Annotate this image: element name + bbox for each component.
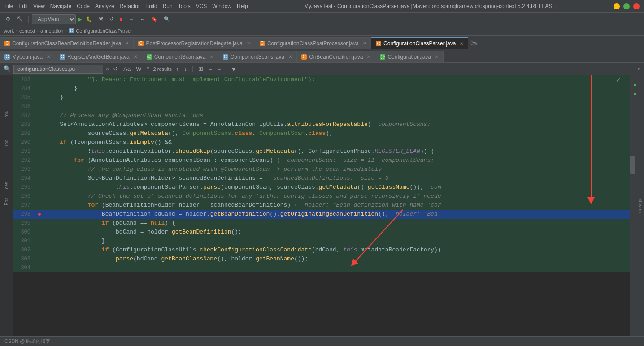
maven-sidebar[interactable]: Maven <box>636 75 644 336</box>
search-input[interactable] <box>13 65 103 74</box>
menu-tools[interactable]: Tools <box>178 3 191 9</box>
search-word-button[interactable]: W <box>135 65 143 73</box>
nav-forward[interactable]: → <box>126 16 136 23</box>
maven-label[interactable]: Maven <box>638 198 643 213</box>
app-main-dropdown[interactable]: AppMain <box>32 14 76 24</box>
tab-configclassbeandefinitionreader[interactable]: C ConfigurationClassBeanDefinitionReader… <box>0 37 134 49</box>
tab-icon-registerandgetbean: C <box>60 54 65 60</box>
menu-analyze[interactable]: Analyze <box>95 3 114 9</box>
menu-help[interactable]: Help <box>237 3 248 9</box>
tab-close-componentscan[interactable]: ✕ <box>210 54 213 59</box>
toolbar-sep-1 <box>28 16 29 23</box>
menu-code[interactable]: Code <box>77 3 90 9</box>
code-line-304: 304 <box>13 264 630 272</box>
search-regex-button[interactable]: * <box>145 65 150 73</box>
bookmark-btn[interactable]: 🔖 <box>149 15 160 23</box>
window-title: MyJavaTest - ConfigurationClassParser.ja… <box>248 3 614 9</box>
tab-icon-componentscans: C <box>223 54 228 60</box>
tab-close-configuration[interactable]: ✕ <box>435 54 439 59</box>
code-lines: 283 "]. Reason: Environment must impleme… <box>13 75 630 272</box>
tab-configclassparser[interactable]: C ConfigurationClassParser.java ✕ <box>371 37 468 49</box>
tab-mybean[interactable]: C Mybean.java ✕ <box>0 51 55 62</box>
search-opt3-button[interactable]: ≡ <box>216 65 222 73</box>
bc-work[interactable]: work <box>4 28 14 34</box>
tab-componentscans[interactable]: C ComponentScans.java ✕ <box>218 51 297 62</box>
search-opt1-button[interactable]: ⊞ <box>197 65 205 73</box>
code-line-303: 303 parse(bdCand.getBeanClassName(), hol… <box>13 255 630 264</box>
menu-vcs[interactable]: VCS <box>196 3 207 9</box>
code-editor: ✓ 283 "]. Reason: Environm <box>13 75 630 336</box>
build-button[interactable]: ⚒ <box>96 15 105 23</box>
search-down-button[interactable]: ↓ <box>183 65 189 73</box>
search-opt2-button[interactable]: ≡ <box>207 65 213 73</box>
run-button[interactable]: ▶ <box>78 15 82 24</box>
tab-componentscan[interactable]: @ ComponentScan.java ✕ <box>142 51 218 62</box>
tab-label-2: PostProcessorRegistrationDelegate.java <box>146 40 242 47</box>
menu-window[interactable]: Window <box>212 3 231 9</box>
minimize-button[interactable] <box>614 3 620 9</box>
menu-bar[interactable]: File Edit View Navigate Code Analyze Ref… <box>4 3 248 9</box>
bc-current[interactable]: C ConfigurationClassParser <box>69 28 132 34</box>
tab-onbeancondition[interactable]: C OnBeanCondition.java ✕ <box>297 51 375 62</box>
bc-sep3: › <box>65 28 67 34</box>
tab-configuration[interactable]: @ Configuration.java ✕ <box>375 51 444 62</box>
scroll-thumb[interactable] <box>630 156 635 174</box>
search-prev-button[interactable]: ↺ <box>112 65 119 73</box>
vertical-scrollbar[interactable] <box>630 75 636 336</box>
tab-registerandgetbean[interactable]: C RegisterAndGetBean.java ✕ <box>55 51 142 62</box>
tab-row-1: C ConfigurationClassBeanDefinitionReader… <box>0 36 644 49</box>
green-checkmark: ✓ <box>616 75 621 84</box>
tab-label-registerandgetbean: RegisterAndGetBean.java <box>67 54 130 60</box>
search-filter-button[interactable]: ▼ <box>231 65 237 73</box>
stop-button[interactable]: ■ <box>117 16 125 23</box>
bc-annotation[interactable]: annotation <box>40 28 63 34</box>
tab-label-componentscan: ComponentScan.java <box>154 54 206 60</box>
tab-close-onbeancondition[interactable]: ✕ <box>367 54 370 59</box>
tab-close-componentscans[interactable]: ✕ <box>288 54 292 59</box>
search-clear-button[interactable]: ✕ <box>106 65 109 72</box>
nav-back[interactable]: ← <box>138 16 147 23</box>
toolbar-forward[interactable]: 🔨 <box>14 15 25 23</box>
tab-label-onbeancondition: OnBeanCondition.java <box>309 54 363 60</box>
tab-close-mybean[interactable]: ✕ <box>47 54 50 59</box>
code-line-287: 287 // Process any @ComponentScan annota… <box>13 111 630 120</box>
tab-postprocessorregistrationdelegate[interactable]: C PostProcessorRegistrationDelegate.java… <box>134 37 255 49</box>
menu-run[interactable]: Run <box>163 3 173 9</box>
window-controls[interactable] <box>614 3 640 9</box>
code-line-294: 294 Set<BeanDefinitionHolder> scannedBea… <box>13 174 630 183</box>
roc-label-2: roc <box>4 140 9 146</box>
menu-navigate[interactable]: Navigate <box>50 3 71 9</box>
close-button[interactable] <box>633 3 640 9</box>
search-up-button[interactable]: ↑ <box>174 65 180 73</box>
breakpoint-icon: ● <box>38 210 41 219</box>
bc-context[interactable]: context <box>19 28 35 34</box>
roc-label-1: roc <box>4 111 9 117</box>
menu-edit[interactable]: Edit <box>18 3 28 9</box>
search-close-button[interactable]: ✕ <box>637 66 640 72</box>
tab-label-4: ConfigurationClassParser.java <box>383 40 456 47</box>
tab-icon-configuration: @ <box>380 54 385 60</box>
maximize-button[interactable] <box>623 3 630 9</box>
search-case-button[interactable]: Aa <box>122 65 132 73</box>
toolbar-back[interactable]: ⚙ <box>4 15 13 23</box>
tab-icon-1: C <box>4 41 10 46</box>
bc-sep2: › <box>37 28 39 34</box>
code-line-283: 283 "]. Reason: Environment must impleme… <box>13 75 630 84</box>
rerun-button[interactable]: ↺ <box>107 15 116 23</box>
tab-close-registerandgetbean[interactable]: ✕ <box>134 54 137 59</box>
menu-build[interactable]: Build <box>145 3 157 9</box>
debug-button[interactable]: 🐛 <box>84 15 95 23</box>
tab-close-4[interactable]: ✕ <box>460 41 463 46</box>
ant-icon[interactable]: 🐜 <box>470 39 478 47</box>
menu-view[interactable]: View <box>33 3 45 9</box>
code-line-292: 292 for (AnnotationAttributes componentS… <box>13 156 630 165</box>
tab-close-3[interactable]: ✕ <box>363 41 366 46</box>
tab-icon-4: C <box>376 41 381 46</box>
search-btn[interactable]: 🔍 <box>161 15 172 23</box>
tab-close-1[interactable]: ✕ <box>125 41 129 46</box>
menu-file[interactable]: File <box>4 3 13 9</box>
search-sep2 <box>226 66 226 72</box>
tab-close-2[interactable]: ✕ <box>247 41 250 46</box>
menu-refactor[interactable]: Refactor <box>120 3 140 9</box>
tab-configclasspostprocessor[interactable]: C ConfigurationClassPostProcessor.java ✕ <box>255 37 371 49</box>
